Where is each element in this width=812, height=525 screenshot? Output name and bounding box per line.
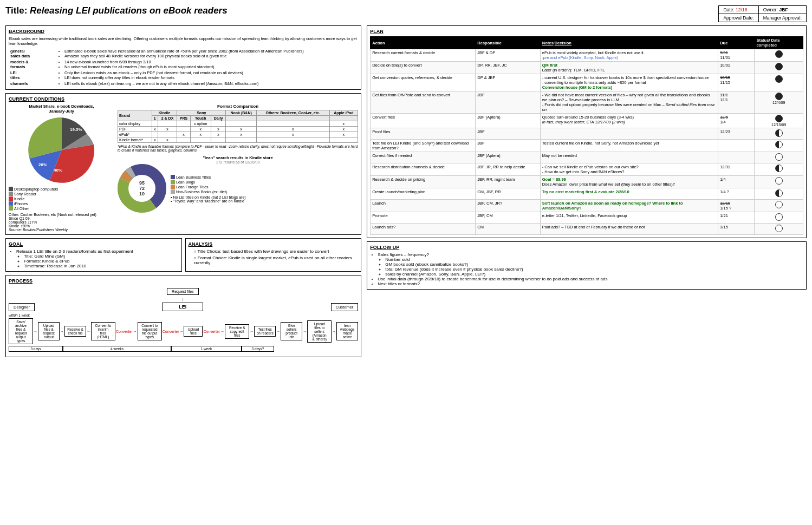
- status-circle-half-9: [775, 165, 783, 172]
- right-column: PLAN Action Responsible Notes/Decision D…: [367, 25, 807, 290]
- goal-sub-timeframe: Timeframe: Release in Jan 2010: [24, 264, 179, 268]
- follow-up-item-2: Use initial data (through 2/28/10) to cr…: [378, 277, 803, 281]
- format-th-model-ipad: [329, 116, 358, 121]
- plan-action-2: Decide on title(s) to convert: [371, 62, 476, 74]
- converter-label-3: Converter: [203, 330, 220, 333]
- follow-up-sub-1a: Number sold: [385, 257, 803, 262]
- status-circle-half-6: [775, 129, 783, 137]
- arrow-5: →: [179, 330, 183, 333]
- plan-status-2: [755, 62, 803, 74]
- plan-th-status: Status/ Date completed: [755, 37, 803, 49]
- plan-status-11: [755, 188, 803, 200]
- process-nodes-row: Save/archivefiles &requestoutputtypes → …: [9, 318, 358, 344]
- duration-3days: 3 days: [9, 346, 63, 352]
- arrow-6: →: [220, 330, 224, 333]
- plan-due-13: 1/21: [718, 212, 755, 224]
- plan-status-9: [755, 163, 803, 176]
- legend-color-sony: [9, 192, 13, 196]
- plan-responsible-1: JBF & DP: [476, 49, 540, 62]
- arrow-10: →: [332, 330, 336, 333]
- approval-date-cell: Approval Date:: [719, 14, 758, 22]
- node-receive-check: Receive &check file: [64, 326, 86, 337]
- current-conditions-section: CURRENT CONDITIONS Market Share, e-book …: [5, 93, 361, 235]
- plan-status-7: [755, 140, 803, 152]
- plan-action-9: Research distribution channels & decide: [371, 163, 476, 176]
- donut-svg: 95 72 10: [118, 164, 166, 213]
- donut-chart: 95 72 10: [118, 164, 166, 214]
- arrow-4: →: [133, 330, 137, 333]
- plan-th-due: Due: [718, 37, 755, 49]
- plan-action-3: Get conversion quotes, references, & dec…: [371, 74, 476, 91]
- background-table: generalsales data Estimated e-book sales…: [9, 48, 358, 87]
- plan-notes-13: e-letter 1/21, Twitter, LinkedIn, Facebo…: [540, 212, 718, 224]
- format-th-stouch: Touch: [190, 116, 211, 121]
- format-th-others: Others: Bookeen, Cool-er, etc.: [256, 110, 329, 116]
- format-feature-epub: ePub*: [118, 132, 152, 137]
- plan-due-7: [718, 140, 755, 152]
- conditions-inner: Market Share, e-book Downloads,January-J…: [9, 104, 358, 232]
- format-feature-color: color display: [118, 121, 152, 127]
- bg-row-general: generalsales data Estimated e-book sales…: [9, 48, 358, 59]
- bg-content-general: Estimated e-book sales have increased at…: [57, 48, 358, 59]
- status-circle-empty-13: [775, 213, 783, 221]
- node-upload-files: Uploadfiles: [184, 326, 203, 337]
- header-info-table: Date: 12/16 Owner: JBF Approval Date: Ma…: [718, 5, 807, 22]
- status-circle-empty-8: [775, 153, 783, 161]
- follow-up-section: FOLLOW UP Sales figures – frequency? Num…: [367, 241, 807, 290]
- plan-th-responsible: Responsible: [476, 37, 540, 49]
- format-th-nook: Nook (B&N): [226, 110, 257, 116]
- plan-action-4: Get files from Off-Piste and send to con…: [371, 91, 476, 114]
- pie-legend: Desktop/laptop computers Sony Reader Kin…: [9, 187, 114, 211]
- plan-notes-5: Quoted turn-around 15-20 business days (…: [540, 114, 718, 128]
- legend-color-kindle: [9, 196, 13, 201]
- process-diagram: Designer Request files ↓ LEI Customer wi…: [9, 286, 358, 354]
- format-header-row2: 1 2 & DX PRS Touch Daily: [118, 116, 358, 121]
- plan-th-action: Action: [371, 37, 476, 49]
- plan-responsible-13: JBF, CM: [476, 212, 540, 224]
- follow-up-item-1: Sales figures – frequency? Number sold G…: [378, 252, 803, 277]
- process-group-1: Save/archivefiles &requestoutputtypes → …: [9, 318, 358, 344]
- format-th-model-nook: [226, 116, 257, 121]
- plan-responsible-3: DP & JBF: [476, 74, 540, 91]
- plan-status-6: [755, 128, 803, 140]
- plan-action-10: Research & decide on pricing: [371, 176, 476, 188]
- legend-item-sony: Sony Reader: [9, 192, 114, 196]
- plan-notes-4: - We did not have most current version o…: [540, 91, 718, 114]
- plan-notes-12: Soft launch on Amazon as soon as ready o…: [540, 200, 718, 212]
- plan-notes-7: Tested current file on Kindle, not Sony,…: [540, 140, 718, 152]
- bg-row-models: models &formats 14 new e-book launched f…: [9, 59, 358, 70]
- plan-status-4: 12/4/09: [755, 91, 803, 114]
- plan-notes-8: May not be needed: [540, 152, 718, 163]
- kindle-search-area: "lean" search results in Kindle store 17…: [118, 155, 358, 214]
- status-circle-empty-12: [775, 201, 783, 208]
- plan-due-6: 12/23: [718, 128, 755, 140]
- plan-row-6: Proof files JBF 12/23: [371, 128, 803, 140]
- arrow-3: →: [87, 330, 90, 333]
- duration-4weeks: 4 weeks: [63, 346, 171, 352]
- plan-status-12: [755, 200, 803, 212]
- plan-due-14: 3/15: [718, 224, 755, 235]
- plan-notes-10: Goal = $9.99Does Amazon lower price from…: [540, 176, 718, 188]
- status-circle-empty-14: [775, 225, 783, 232]
- plan-row-4: Get files from Off-Piste and send to con…: [371, 91, 803, 114]
- node-convert-interim: Convert tointerimfiles(HTML): [91, 322, 115, 340]
- bg-content-channels: LEI sells its ebook (eLex) on lean.org –…: [57, 81, 358, 87]
- plan-row-3: Get conversion quotes, references, & dec…: [371, 74, 803, 91]
- process-title: PROCESS: [9, 278, 358, 284]
- plan-status-10: [755, 176, 803, 188]
- status-circle-full-4: [775, 93, 783, 100]
- bg-content-models: 14 new e-book launched from 6/09 through…: [57, 59, 358, 70]
- follow-up-sub-1c: total GM revenue (does it increase even …: [385, 267, 803, 272]
- kindle-search-subtitle: 172 results as of 12/10/09: [118, 160, 358, 164]
- legend-nonbusiness: Non-Business Books (ex: diet): [171, 189, 358, 194]
- lei-box: LEI: [162, 303, 203, 311]
- goal-list: Release 1 LEI title on 2-3 readers/forma…: [9, 249, 179, 268]
- plan-status-14: [755, 224, 803, 235]
- duration-3days-2: 3 days?: [242, 346, 274, 352]
- manager-approval-cell: Manager Approval:: [758, 14, 806, 22]
- plan-row-1: Research current formats & decide JBF & …: [371, 49, 803, 62]
- arrow-2: →: [60, 330, 64, 333]
- plan-action-12: Launch: [371, 200, 476, 212]
- legend-item-desktop: Desktop/laptop computers: [9, 187, 114, 191]
- legend-blogs: Lean Blogs: [171, 180, 358, 184]
